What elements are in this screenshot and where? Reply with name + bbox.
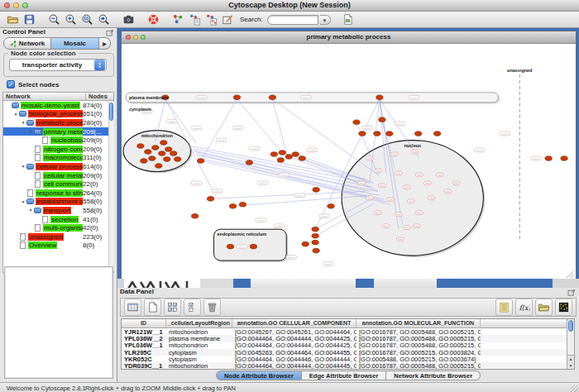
zoom-window-icon[interactable] — [22, 2, 28, 8]
graph-node[interactable] — [207, 197, 213, 202]
tree-item[interactable]: nucleobase-c209(0) — [3, 136, 113, 145]
tree-item[interactable]: cellular metabo209(0) — [3, 171, 113, 180]
graph-node[interactable] — [433, 131, 440, 136]
import-table-icon[interactable] — [341, 12, 356, 27]
tree-item[interactable]: Overview8(0) — [3, 241, 113, 251]
tab-network-attribute-browser[interactable]: Network Attribute Browser — [386, 370, 481, 380]
minimize-window-icon[interactable] — [13, 2, 19, 8]
graph-node[interactable] — [141, 159, 147, 164]
column-header[interactable]: annotation.GO MOLECULAR_FUNCTION — [356, 319, 481, 327]
graph-node[interactable] — [357, 181, 365, 185]
delete-attribute-icon[interactable] — [203, 299, 221, 316]
new-attribute-icon[interactable] — [144, 299, 161, 316]
graph-node[interactable] — [175, 157, 181, 162]
graph-node[interactable] — [386, 131, 393, 136]
graph-node[interactable] — [374, 131, 380, 136]
graph-node[interactable] — [396, 237, 404, 241]
close-window-icon[interactable] — [4, 2, 10, 8]
tree-expand-icon[interactable]: ▼ — [27, 208, 34, 213]
graph-node[interactable] — [239, 203, 246, 208]
attribute-table-icon[interactable] — [124, 299, 141, 316]
graph-node[interactable] — [379, 117, 385, 122]
tree-expand-icon[interactable]: ▼ — [20, 199, 26, 204]
graph-node[interactable] — [382, 224, 390, 228]
network-diagram-icon[interactable] — [170, 12, 185, 27]
node-color-select[interactable]: transporter activity ▲▼ — [9, 59, 107, 71]
help-icon[interactable] — [146, 12, 160, 27]
select-attributes-icon[interactable] — [164, 299, 181, 316]
graph-edge[interactable] — [272, 99, 378, 175]
graph-node[interactable] — [165, 147, 172, 152]
table-row[interactable]: YDR039C__1mitochondrion[GO:0044464, GO:0… — [122, 362, 574, 369]
network-zoom-icon[interactable] — [141, 35, 146, 40]
attribute-matrix-icon[interactable] — [555, 299, 572, 316]
graph-node[interactable] — [366, 156, 373, 160]
table-scrollbar-arrows-icon[interactable]: ▲▼ — [567, 355, 574, 369]
save-session-icon[interactable] — [22, 12, 36, 27]
graph-edge[interactable] — [272, 99, 287, 157]
window-resize-grip-icon[interactable] — [571, 385, 578, 392]
graph-node[interactable] — [413, 224, 420, 228]
graph-node[interactable] — [407, 199, 414, 203]
graph-node[interactable] — [269, 95, 275, 100]
graph-node[interactable] — [160, 141, 167, 146]
graph-node[interactable] — [145, 150, 151, 155]
region-nucleus[interactable] — [342, 141, 483, 256]
network-minimize-icon[interactable] — [133, 35, 138, 40]
network-view-window[interactable]: primary metabolic process plasma membran… — [121, 31, 577, 280]
graph-node[interactable] — [270, 152, 277, 157]
tree-item[interactable]: multi-organism pro42(0) — [3, 223, 113, 232]
canvas-resize-grip-icon[interactable] — [567, 271, 573, 278]
graph-node[interactable] — [312, 233, 318, 238]
network-overview-panel[interactable] — [4, 266, 113, 379]
tree-item[interactable]: cell communicat22(0) — [3, 179, 113, 189]
graph-node[interactable] — [359, 131, 366, 136]
graph-edge[interactable] — [195, 152, 374, 188]
graph-node[interactable] — [312, 227, 318, 232]
search-input[interactable] — [267, 15, 318, 25]
tree-item[interactable]: ▼establishment of lo558(0) — [3, 198, 113, 207]
snapshot-icon[interactable] — [121, 12, 136, 27]
tree-expand-icon[interactable]: ▼ — [20, 164, 26, 169]
graph-node[interactable] — [279, 151, 285, 155]
graph-node[interactable] — [170, 151, 177, 156]
zoom-in-icon[interactable] — [63, 12, 78, 27]
tree-item[interactable]: unassigned223(0) — [3, 232, 113, 241]
graph-node[interactable] — [197, 159, 203, 164]
graph-node[interactable] — [436, 173, 443, 177]
graph-node[interactable] — [152, 146, 159, 151]
graph-node[interactable] — [423, 181, 431, 185]
open-session-icon[interactable] — [5, 12, 20, 27]
background-window-fragment[interactable] — [553, 279, 579, 288]
graph-node[interactable] — [137, 144, 144, 149]
tree-scrollbar-thumb[interactable] — [109, 103, 113, 121]
tree-item[interactable]: nitrogen compo209(0) — [3, 145, 113, 154]
float-panel-icon[interactable] — [106, 29, 114, 36]
tree-item[interactable]: macromolecule311(0) — [3, 154, 113, 163]
graph-node[interactable] — [415, 211, 423, 215]
graph-node[interactable] — [378, 184, 385, 188]
column-header[interactable]: ID — [122, 319, 166, 327]
graph-node[interactable] — [156, 164, 162, 169]
background-window-fragment[interactable] — [374, 279, 437, 288]
tab-overflow-arrow-icon[interactable]: ▶ — [99, 37, 111, 50]
graph-node[interactable] — [246, 160, 252, 165]
graph-node[interactable] — [149, 156, 156, 161]
column-header[interactable]: _cellularLayoutRegion — [166, 319, 232, 327]
graph-node[interactable] — [250, 244, 256, 249]
graph-node[interactable] — [191, 213, 198, 218]
graph-node[interactable] — [328, 204, 334, 209]
tree-item[interactable]: ▼cellular process614(0) — [3, 162, 113, 171]
tree-item[interactable]: response to stimulu264(0) — [3, 189, 113, 198]
zoom-out-icon[interactable] — [46, 12, 61, 27]
zoom-fit-icon[interactable] — [79, 12, 94, 27]
background-window-fragment[interactable] — [124, 279, 200, 288]
annotation-icon[interactable] — [220, 12, 235, 27]
tree-expand-icon[interactable]: ▼ — [12, 112, 19, 117]
tree-item[interactable]: mosaic-demo-yeast874(0) — [3, 101, 113, 110]
attribute-list-icon[interactable] — [495, 299, 513, 316]
network-window-titlebar[interactable]: primary metabolic process — [122, 31, 576, 44]
column-header[interactable]: annotation.GO CELLULAR_COMPONENT — [232, 319, 356, 327]
unselect-attributes-icon[interactable] — [184, 299, 201, 316]
graph-node[interactable] — [366, 196, 373, 200]
